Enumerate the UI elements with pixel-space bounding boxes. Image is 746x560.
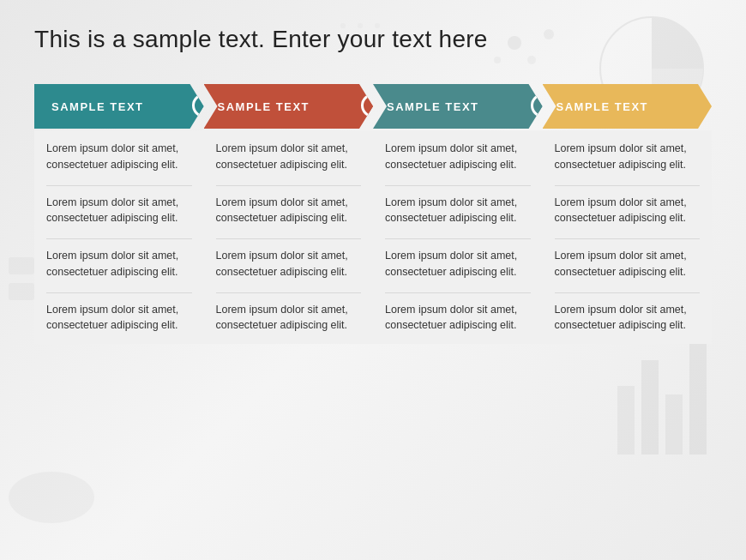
- text-block-1-3: Lorem ipsum dolor sit amet, consectetuer…: [46, 248, 192, 280]
- column-1: SAMPLE TEXTLorem ipsum dolor sit amet, c…: [34, 84, 204, 344]
- divider: [385, 292, 531, 293]
- main-content: This is a sample text. Enter your text h…: [0, 0, 746, 370]
- text-block-2-3: Lorem ipsum dolor sit amet, consectetuer…: [216, 248, 362, 280]
- column-4-body: Lorem ipsum dolor sit amet, consectetuer…: [543, 130, 713, 344]
- text-block-4-1: Lorem ipsum dolor sit amet, consectetuer…: [555, 141, 701, 173]
- svg-rect-2: [641, 360, 659, 455]
- divider: [555, 238, 701, 239]
- text-block-4-4: Lorem ipsum dolor sit amet, consectetuer…: [555, 302, 701, 334]
- text-block-3-4: Lorem ipsum dolor sit amet, consectetuer…: [385, 302, 531, 334]
- svg-rect-3: [665, 394, 683, 455]
- column-3-header: SAMPLE TEXT: [373, 84, 543, 129]
- column-1-body: Lorem ipsum dolor sit amet, consectetuer…: [34, 130, 204, 344]
- text-block-1-4: Lorem ipsum dolor sit amet, consectetuer…: [46, 302, 192, 334]
- text-block-3-3: Lorem ipsum dolor sit amet, consectetuer…: [385, 248, 531, 280]
- divider: [555, 185, 701, 186]
- column-2: SAMPLE TEXTLorem ipsum dolor sit amet, c…: [204, 84, 374, 344]
- divider: [46, 292, 192, 293]
- text-block-3-1: Lorem ipsum dolor sit amet, consectetuer…: [385, 141, 531, 173]
- divider: [46, 238, 192, 239]
- text-block-1-2: Lorem ipsum dolor sit amet, consectetuer…: [46, 195, 192, 227]
- svg-point-9: [9, 472, 94, 523]
- column-4-header: SAMPLE TEXT: [543, 84, 713, 129]
- column-4: SAMPLE TEXTLorem ipsum dolor sit amet, c…: [543, 84, 713, 344]
- text-block-2-4: Lorem ipsum dolor sit amet, consectetuer…: [216, 302, 362, 334]
- divider: [216, 238, 362, 239]
- column-3: SAMPLE TEXTLorem ipsum dolor sit amet, c…: [373, 84, 543, 344]
- text-block-1-1: Lorem ipsum dolor sit amet, consectetuer…: [46, 141, 192, 173]
- column-2-body: Lorem ipsum dolor sit amet, consectetuer…: [204, 130, 374, 344]
- text-block-4-2: Lorem ipsum dolor sit amet, consectetuer…: [555, 195, 701, 227]
- column-1-header: SAMPLE TEXT: [34, 84, 204, 129]
- svg-rect-1: [617, 386, 635, 455]
- text-block-2-1: Lorem ipsum dolor sit amet, consectetuer…: [216, 141, 362, 173]
- column-3-body: Lorem ipsum dolor sit amet, consectetuer…: [373, 130, 543, 344]
- columns-container: SAMPLE TEXTLorem ipsum dolor sit amet, c…: [34, 84, 712, 344]
- divider: [555, 292, 701, 293]
- divider: [385, 185, 531, 186]
- text-block-4-3: Lorem ipsum dolor sit amet, consectetuer…: [555, 248, 701, 280]
- text-block-2-2: Lorem ipsum dolor sit amet, consectetuer…: [216, 195, 362, 227]
- text-block-3-2: Lorem ipsum dolor sit amet, consectetuer…: [385, 195, 531, 227]
- divider: [385, 238, 531, 239]
- divider: [216, 185, 362, 186]
- divider: [216, 292, 362, 293]
- page-title: This is a sample text. Enter your text h…: [34, 26, 712, 53]
- divider: [46, 185, 192, 186]
- column-2-header: SAMPLE TEXT: [204, 84, 374, 129]
